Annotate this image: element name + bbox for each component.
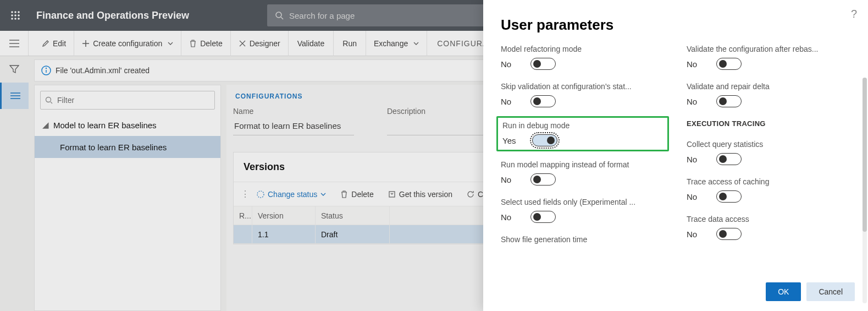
execution-tracing-header: EXECUTION TRACING [687, 119, 850, 128]
toggle-trace-caching[interactable] [716, 190, 742, 203]
user-parameters-panel: ? User parameters Model refactoring mode… [483, 0, 868, 311]
highlight-box: Run in debug mode Yes [496, 116, 669, 151]
param-label: Skip validation at configuration's stat.… [501, 82, 644, 91]
param-value: No [687, 97, 703, 106]
params-left-column: Model refactoring mode No Skip validatio… [501, 45, 665, 275]
param-select-fields: Select used fields only (Experimental ..… [501, 198, 665, 223]
param-trace-data: Trace data access No [687, 215, 850, 240]
ok-button[interactable]: OK [766, 282, 801, 301]
toggle-skip-validation[interactable] [530, 95, 556, 107]
toggle-validate-after[interactable] [716, 58, 742, 70]
param-value: No [687, 192, 703, 201]
param-value: No [501, 97, 517, 106]
param-label: Trace access of caching [687, 177, 830, 186]
param-show-file-time: Show file generation time [501, 235, 665, 244]
toggle-trace-data[interactable] [716, 228, 742, 240]
param-label: Trace data access [687, 215, 830, 223]
toggle-model-refactoring[interactable] [530, 58, 556, 70]
panel-footer: OK Cancel [483, 275, 868, 311]
panel-title: User parameters [483, 0, 868, 45]
scroll-thumb[interactable] [863, 78, 867, 232]
param-label: Run model mapping instead of format [501, 160, 644, 169]
param-trace-caching: Trace access of caching No [687, 177, 850, 203]
param-value: No [501, 212, 517, 222]
param-label: Validate the configuration after rebas..… [687, 45, 830, 53]
help-button[interactable]: ? [851, 8, 857, 20]
param-value: No [687, 155, 703, 164]
params-right-column: Validate the configuration after rebas..… [687, 45, 850, 275]
toggle-debug-mode[interactable] [532, 134, 557, 146]
param-value: Yes [502, 136, 519, 145]
param-label: Select used fields only (Experimental ..… [501, 198, 644, 206]
toggle-run-mapping[interactable] [530, 173, 556, 185]
panel-scrollbar[interactable] [863, 78, 867, 303]
cancel-button[interactable]: Cancel [806, 282, 855, 301]
param-model-refactoring: Model refactoring mode No [501, 45, 665, 70]
param-debug-mode: Run in debug mode Yes [502, 121, 663, 146]
param-skip-validation: Skip validation at configuration's stat.… [501, 82, 665, 107]
param-label: Run in debug mode [502, 121, 645, 130]
param-label: Validate and repair delta [687, 82, 830, 91]
param-label: Collect query statistics [687, 140, 830, 149]
param-label: Show file generation time [501, 235, 644, 244]
param-validate-after-rebase: Validate the configuration after rebas..… [687, 45, 850, 70]
toggle-select-fields[interactable] [530, 211, 556, 223]
param-collect-query: Collect query statistics No [687, 140, 850, 165]
param-value: No [501, 175, 517, 184]
param-validate-repair: Validate and repair delta No [687, 82, 850, 107]
toggle-collect-query[interactable] [716, 153, 742, 165]
param-run-mapping: Run model mapping instead of format No [501, 160, 665, 185]
param-label: Model refactoring mode [501, 45, 644, 53]
param-value: No [687, 230, 703, 239]
param-value: No [501, 59, 517, 69]
toggle-validate-repair[interactable] [716, 95, 742, 107]
param-value: No [687, 59, 703, 69]
